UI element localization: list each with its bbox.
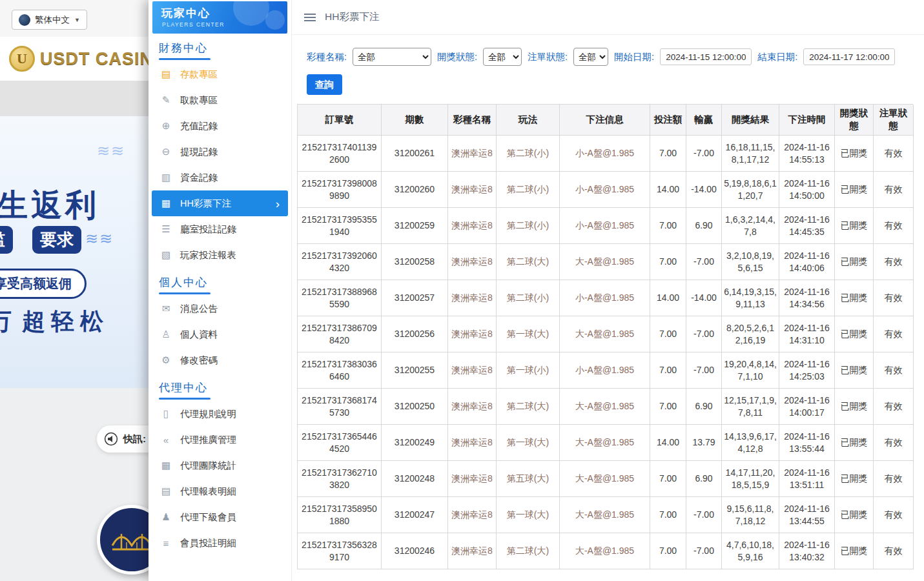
table-body: 215217317401139260031200261澳洲幸运8第二球(小)小-… (298, 136, 913, 569)
sidebar-item-agent-rules[interactable]: ▯代理規則說明 (152, 401, 288, 427)
draw-status-select[interactable]: 全部 (483, 48, 522, 66)
cell-order: 2152173174011392600 (298, 136, 382, 172)
table-header-row: 訂單號期數彩種名稱玩法下注信息投注額輸贏開獎結果下注時間開獎狀態注單狀態 (298, 105, 913, 136)
cell-order: 2152173173654464520 (298, 425, 382, 461)
cell-win: -14.00 (686, 172, 722, 208)
sidebar-item-withdrawal-record[interactable]: ⊖提現記錄 (152, 139, 288, 165)
cell-lottery: 澳洲幸运8 (448, 208, 497, 244)
cell-draw_status: 已開獎 (835, 425, 874, 461)
cell-time: 2024-11-16 14:55:13 (779, 136, 835, 172)
cell-result: 14,17,11,20,18,5,15,9 (722, 461, 779, 497)
sidebar-item-member-bet-detail[interactable]: ≡會員投註明細 (152, 530, 288, 556)
cell-lottery: 澳洲幸运8 (448, 461, 497, 497)
cell-play: 第一球(大) (497, 316, 560, 352)
sidebar-item-recharge-record[interactable]: ⊕充值記錄 (152, 113, 288, 139)
cell-lottery: 澳洲幸运8 (448, 497, 497, 533)
cell-order: 2152173173889685590 (298, 280, 382, 316)
cell-result: 12,15,17,1,9,7,8,11 (722, 389, 779, 425)
cell-time: 2024-11-16 13:40:32 (779, 533, 835, 569)
cell-period: 31200246 (382, 533, 448, 569)
start-date-label: 開始日期: (614, 51, 654, 63)
column-header: 開獎結果 (722, 105, 779, 136)
sidebar-item-deposit[interactable]: ▤存款專區 (152, 61, 288, 87)
cell-period: 31200256 (382, 316, 448, 352)
table-row: 215217317358950188031200247澳洲幸运8第一球(大)大-… (298, 497, 913, 533)
hamburger-menu-icon[interactable] (304, 14, 316, 21)
sidebar-item-label: 代理推廣管理 (180, 434, 236, 446)
cell-draw_status: 已開獎 (835, 136, 874, 172)
sidebar-item-profile[interactable]: ♙個人資料 (152, 321, 288, 347)
cell-period: 31200255 (382, 352, 448, 389)
announcement-icon: ✉ (160, 303, 172, 314)
cell-order: 2152173173953551940 (298, 208, 382, 244)
table-row: 215217317395355194031200259澳洲幸运8第二球(小)小-… (298, 208, 913, 244)
lottery-name-select[interactable]: 全部 (353, 48, 431, 66)
agent-rules-icon: ▯ (160, 408, 172, 420)
sidebar-item-label: HH彩票下注 (180, 198, 231, 210)
withdrawal-record-icon: ⊖ (160, 146, 172, 158)
bridge-icon (110, 525, 153, 555)
sidebar-section-title: 財務中心 (149, 34, 291, 61)
sidebar-item-hh-lottery-bet[interactable]: ▦HH彩票下注› (152, 190, 288, 216)
cell-draw_status: 已開獎 (835, 244, 874, 280)
cell-result: 19,20,4,8,14,7,1,10 (722, 352, 779, 389)
sidebar-item-label: 充值記錄 (180, 120, 218, 132)
start-date-input[interactable] (660, 48, 752, 65)
cell-lottery: 澳洲幸运8 (448, 533, 497, 569)
sidebar-item-agent-team-stats[interactable]: ▦代理團隊統計 (152, 453, 288, 478)
cell-lottery: 澳洲幸运8 (448, 316, 497, 352)
cell-time: 2024-11-16 13:55:44 (779, 425, 835, 461)
lottery-name-label: 彩種名稱: (307, 51, 347, 63)
sidebar-item-label: 代理下級會員 (180, 511, 236, 524)
sidebar-item-room-bet-record[interactable]: ☰廳室投註記錄 (152, 216, 288, 242)
cell-bet: 小-A盤@1.985 (560, 136, 650, 172)
cell-play: 第二球(大) (497, 389, 560, 425)
profile-icon: ♙ (160, 329, 172, 340)
sidebar-item-label: 代理團隊統計 (180, 460, 236, 472)
column-header: 下注時間 (779, 105, 835, 136)
cell-period: 31200257 (382, 280, 448, 316)
bets-table: 訂單號期數彩種名稱玩法下注信息投注額輸贏開獎結果下注時間開獎狀態注單狀態 215… (297, 104, 913, 569)
cell-result: 1,6,3,2,14,4,7,8 (722, 208, 779, 244)
chevron-right-icon: › (276, 198, 280, 210)
main-content: HH彩票下注 彩種名稱: 全部 開獎狀態: 全部 注單狀態: 全部 開始日期: … (292, 0, 924, 581)
column-header: 下注信息 (560, 105, 650, 136)
banner-line2: 超轻松 (22, 306, 109, 338)
query-button[interactable]: 查詢 (307, 74, 342, 95)
sidebar-item-agent-report-detail[interactable]: ▤代理報表明細 (152, 478, 288, 504)
cell-play: 第二球(小) (497, 172, 560, 208)
cell-draw_status: 已開獎 (835, 497, 874, 533)
cell-win: 6.90 (686, 208, 722, 244)
sidebar-item-agent-promotion[interactable]: «代理推廣管理 (152, 427, 288, 453)
cell-amount: 7.00 (650, 136, 686, 172)
sidebar-item-announcements[interactable]: ✉消息公告 (152, 296, 288, 321)
table-row: 215217317386709842031200256澳洲幸运8第一球(大)大-… (298, 316, 913, 352)
room-bet-record-icon: ☰ (160, 223, 172, 235)
cell-time: 2024-11-16 13:51:11 (779, 461, 835, 497)
speaker-icon (104, 432, 118, 446)
cell-ticket_status: 有效 (874, 497, 914, 533)
cell-lottery: 澳洲幸运8 (448, 244, 497, 280)
sidebar-item-change-password[interactable]: ⚙修改密碼 (152, 347, 288, 373)
player-bet-report-icon: ▧ (160, 249, 172, 261)
end-date-input[interactable] (803, 48, 895, 65)
sidebar-item-agent-sub-members[interactable]: ♟代理下級會員 (152, 504, 288, 530)
cell-result: 3,2,10,8,19,5,6,15 (722, 244, 779, 280)
sidebar-item-funds-record[interactable]: ▥資金記錄 (152, 165, 288, 190)
table-row: 215217317368174573031200250澳洲幸运8第二球(大)大-… (298, 389, 913, 425)
cell-win: -7.00 (686, 136, 722, 172)
sidebar-item-player-bet-report[interactable]: ▧玩家投注報表 (152, 242, 288, 268)
cell-win: 6.90 (686, 389, 722, 425)
cell-bet: 大-A盤@1.985 (560, 497, 650, 533)
cell-amount: 14.00 (650, 172, 686, 208)
cell-draw_status: 已開獎 (835, 280, 874, 316)
sidebar-item-withdraw[interactable]: ✎取款專區 (152, 87, 288, 113)
cell-win: -7.00 (686, 533, 722, 569)
table-row: 215217317362710382031200248澳洲幸运8第五球(大)大-… (298, 461, 913, 497)
column-header: 訂單號 (298, 105, 382, 136)
language-selector[interactable]: 繁体中文 ▼ (12, 10, 87, 30)
cell-ticket_status: 有效 (874, 461, 914, 497)
ticket-status-select[interactable]: 全部 (573, 48, 608, 66)
cell-period: 31200247 (382, 497, 448, 533)
cell-lottery: 澳洲幸运8 (448, 389, 497, 425)
